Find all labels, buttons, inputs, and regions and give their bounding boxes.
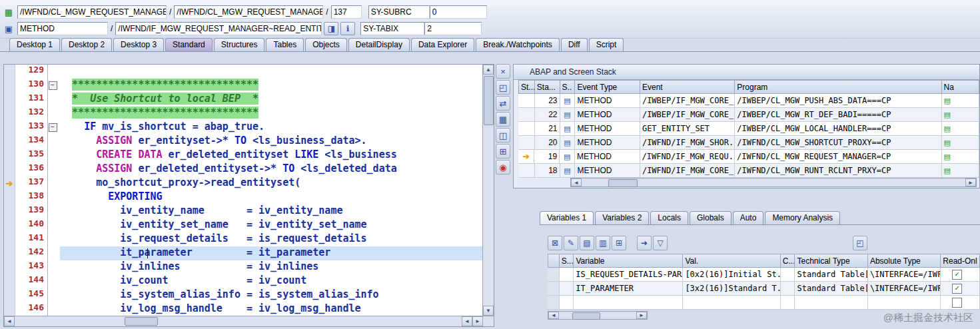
stack-cell-st[interactable] (518, 108, 535, 122)
variables-column-header[interactable]: C... (781, 254, 795, 268)
variable-select-cell[interactable] (548, 296, 560, 310)
line-number[interactable]: 146 (15, 302, 47, 316)
scroll-right-icon[interactable]: ► (965, 178, 976, 186)
code-line[interactable]: ASSIGN er_entityset->* TO <ls_business_d… (60, 135, 482, 149)
current-stack-arrow[interactable]: ➔ (518, 150, 534, 164)
variable-cell-name[interactable]: IT_PARAMETER (574, 282, 683, 296)
read-only-checkbox[interactable]: ✓ (952, 284, 962, 294)
horizontal-scroll-thumb[interactable] (125, 317, 158, 326)
stack-horizontal-scrollbar[interactable]: ◄ ► (570, 178, 977, 187)
line-number[interactable]: 143 (15, 260, 47, 274)
navigation-icon[interactable]: ▤ (942, 122, 979, 136)
code-line[interactable]: * Use Shortcut to local BEP * (60, 93, 482, 107)
code-line[interactable]: iv_count = iv_count (60, 274, 482, 288)
tab-auto[interactable]: Auto (733, 211, 764, 224)
stack-cell-event-type[interactable]: METHOD (575, 122, 640, 136)
stack-cell-event-type[interactable]: METHOD (575, 108, 640, 122)
line-number[interactable]: 129 (15, 65, 47, 79)
table-view-icon[interactable]: ▦ (496, 112, 510, 127)
code-line[interactable]: IF mv_is_shortcut = abap_true. (60, 121, 482, 135)
sy-tabix-label-field[interactable]: SY-TABIX (360, 22, 424, 35)
line-number[interactable]: 135 (15, 149, 47, 163)
event-type-field[interactable]: METHOD (17, 22, 108, 35)
variable-row[interactable]: IS_REQUEST_DETAILS-PARAMETE...[0x2(16)]I… (548, 268, 980, 282)
sy-subrc-label-field[interactable]: SY-SUBRC (368, 5, 430, 19)
code-line[interactable]: ASSIGN er_deleted_entityset->* TO <ls_de… (60, 163, 482, 176)
editor-fold-column[interactable]: −− (48, 65, 57, 316)
variable-cell-absolute-type[interactable]: \INTERFACE=/IWF... (868, 282, 941, 296)
variables-scroll-track[interactable] (559, 312, 636, 319)
read-only-checkbox[interactable] (952, 298, 962, 308)
compare-variables-icon[interactable]: ▥ (596, 236, 610, 250)
stack-scroll-thumb[interactable] (608, 179, 638, 187)
scroll-up-icon[interactable]: ▲ (483, 65, 494, 75)
tab-standard[interactable]: Standard (165, 38, 213, 51)
code-line[interactable]: CREATE DATA er_deleted_entityset LIKE <l… (60, 149, 482, 163)
variable-cell-technical-type[interactable]: Standard Table[3x... (795, 282, 867, 296)
stack-cell-event-type[interactable]: METHOD (575, 164, 640, 178)
variable-cell-value[interactable] (683, 296, 780, 310)
stack-row[interactable]: 18▤METHOD/IWFND/IF_MGW_CORE_.../IWFND/CL… (518, 164, 979, 178)
code-line[interactable]: mo_shortcut_proxy->read_entityset( (60, 176, 482, 190)
tab-memory-analysis[interactable]: Memory Analysis (765, 211, 840, 224)
line-number[interactable]: 145 (15, 288, 47, 302)
line-number[interactable]: 142 (15, 246, 47, 260)
tab-tables[interactable]: Tables (266, 38, 304, 51)
stack-column-header[interactable]: Na (942, 80, 979, 94)
vertical-scroll-thumb[interactable] (484, 76, 494, 125)
tab-break-watchpoints[interactable]: Break./Watchpoints (476, 38, 560, 51)
scroll-left-icon[interactable]: ◄ (4, 316, 15, 326)
stack-cell-program[interactable]: /IWFND/CL_MGW_SHORTCUT_PROXY==CP (735, 136, 941, 150)
stack-cell-stack-no[interactable]: 23 (535, 94, 560, 108)
variable-cell-value[interactable]: [3x2(16)]Standard T... (683, 282, 780, 296)
tab-desktop-2[interactable]: Desktop 2 (61, 38, 112, 51)
navigation-icon[interactable]: ▤ (942, 94, 979, 108)
code-editor[interactable]: ➔ 12913013113213313413513613713813914014… (3, 64, 494, 327)
sy-tabix-value-field[interactable]: 2 (424, 22, 482, 35)
variable-cell-absolute-type[interactable] (868, 296, 941, 310)
tab-globals[interactable]: Globals (690, 211, 732, 224)
stack-cell-event[interactable]: /IWBEP/IF_MGW_CORE_... (640, 108, 735, 122)
navigation-icon[interactable]: ▤ (942, 136, 979, 150)
variable-select-cell[interactable] (548, 268, 560, 282)
stack-column-header[interactable]: S.. (560, 80, 576, 94)
tab-variables-2[interactable]: Variables 2 (595, 211, 649, 224)
editor-vertical-scrollbar[interactable]: ▲ ▼ (482, 65, 494, 316)
stack-column-header[interactable]: St... (518, 80, 535, 94)
display-options-button[interactable]: ◨ (324, 22, 338, 35)
filter-icon[interactable]: ▽ (653, 236, 668, 250)
code-line[interactable]: iv_inlines = iv_inlines (60, 260, 482, 274)
variable-cell-c[interactable] (781, 268, 795, 282)
tab-desktop-3[interactable]: Desktop 3 (113, 38, 164, 51)
services-icon[interactable]: ⊞ (496, 144, 510, 159)
include-field[interactable]: /IWFND/CL_MGW_REQUEST_MANAGER... (174, 5, 323, 19)
variables-column-header[interactable] (548, 254, 560, 268)
code-line[interactable]: iv_entity_set_name = iv_entity_set_name (60, 218, 482, 232)
stack-cell-event-type[interactable]: METHOD (575, 150, 640, 164)
stack-cell-stack-no[interactable]: 20 (535, 136, 560, 150)
stack-column-header[interactable]: Event (640, 80, 735, 94)
split-view-icon[interactable]: ◫ (496, 128, 510, 143)
stack-cell-event[interactable]: /IWFND/IF_MGW_CORE_... (640, 164, 735, 178)
variables-horizontal-scrollbar[interactable]: ◄ ► (548, 311, 648, 320)
navigation-icon[interactable]: ▤ (942, 164, 979, 178)
fold-toggle-icon[interactable]: − (49, 81, 57, 90)
tab-desktop-1[interactable]: Desktop 1 (9, 38, 60, 51)
line-number[interactable]: 139 (15, 204, 47, 218)
tab-script[interactable]: Script (589, 38, 624, 51)
line-number[interactable]: 132 (15, 107, 47, 121)
stack-cell-stack-no[interactable]: 21 (535, 122, 560, 136)
line-number[interactable]: 131 (15, 93, 47, 107)
variables-column-header[interactable]: Variable (574, 254, 683, 268)
variable-cell-technical-type[interactable]: Standard Table[0x... (795, 268, 867, 282)
horizontal-scroll-track[interactable] (15, 316, 462, 326)
editor-line-numbers[interactable]: 1291301311321331341351361371381391401411… (15, 65, 48, 316)
line-number-field[interactable]: 137 (331, 5, 362, 19)
stack-cell-program[interactable]: /IWBEP/CL_MGW_RT_DEF_BADI=====CP (735, 108, 941, 122)
code-line[interactable]: iv_log_msg_handle = iv_log_msg_handle (60, 302, 482, 316)
stack-cell-program[interactable]: /IWBEP/CL_MGW_LOCAL_HANDLER===CP (735, 122, 941, 136)
tab-objects[interactable]: Objects (305, 38, 347, 51)
line-number[interactable]: 138 (15, 190, 47, 204)
code-line[interactable]: ******************************* (60, 79, 482, 93)
variable-cell-absolute-type[interactable]: \INTERFACE=/IWF... (868, 268, 941, 282)
